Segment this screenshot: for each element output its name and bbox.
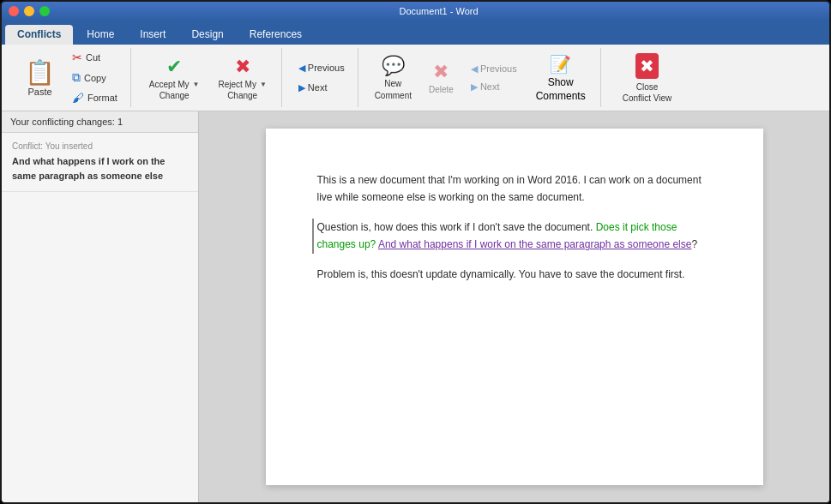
accept-icon: ✔ — [166, 56, 182, 78]
ribbon-toolbar: 📋 Paste ✂ Cut ⧉ Copy 🖌 Format — [2, 45, 829, 111]
para2-part1: Question is, how does this work if I don… — [317, 221, 596, 233]
clipboard-group: 📋 Paste ✂ Cut ⧉ Copy 🖌 Format — [9, 48, 131, 107]
accept-dropdown-arrow: ▼ — [193, 81, 200, 88]
conflicts-panel: Your conflicting changes: 1 Conflict: Yo… — [2, 111, 199, 502]
paste-button[interactable]: 📋 Paste — [15, 53, 64, 103]
document-area[interactable]: This is a new document that I'm working … — [199, 111, 829, 502]
clipboard-small-btns: ✂ Cut ⧉ Copy 🖌 Format — [66, 48, 123, 107]
cut-label: Cut — [86, 52, 100, 63]
close-conflict-label: Conflict View — [623, 93, 672, 103]
comment-nav-group: ◀ Previous ▶ Next — [465, 61, 523, 95]
next-comment-label: Next — [480, 81, 500, 92]
main-content: Your conflicting changes: 1 Conflict: Yo… — [2, 111, 829, 502]
delete-comment-button[interactable]: ✖ Delete — [423, 57, 460, 99]
tab-insert[interactable]: Insert — [128, 25, 178, 45]
show-comments-icon: 📝 — [550, 54, 571, 75]
format-painter-icon: 🖌 — [72, 91, 84, 105]
tab-home[interactable]: Home — [75, 25, 126, 45]
reject-change-button[interactable]: ✖ Reject My ▼ Change — [210, 51, 274, 105]
prev-comment-button[interactable]: ◀ Previous — [465, 61, 523, 77]
copy-icon: ⧉ — [72, 70, 81, 85]
navigate-changes-group: ◀ Previous ▶ Next — [286, 48, 358, 107]
comments-group: 💬 New Comment ✖ Delete ◀ Previous ▶ Next — [362, 48, 601, 107]
ribbon-tabs-bar: Conflicts Home Insert Design References — [2, 21, 829, 45]
paste-icon: 📋 — [25, 58, 55, 87]
new-comment-button[interactable]: 💬 New Comment — [369, 51, 418, 105]
window-title: Document1 - Word — [55, 6, 822, 16]
accept-change-button[interactable]: ✔ Accept My ▼ Change — [142, 51, 208, 105]
conflict-item[interactable]: Conflict: You inserted And what happens … — [2, 133, 198, 192]
tab-design[interactable]: Design — [179, 25, 235, 45]
copy-button[interactable]: ⧉ Copy — [66, 68, 123, 87]
close-conflict-group: ✖ Close Conflict View — [605, 48, 690, 107]
show-comments-button[interactable]: 📝 Show Comments — [528, 50, 593, 106]
paragraph-2: Question is, how does this work if I don… — [312, 219, 712, 254]
next-comment-button[interactable]: ▶ Next — [465, 79, 523, 95]
delete-label: Delete — [429, 85, 454, 95]
para2-part5: ? — [691, 238, 697, 250]
new-comment-label: Comment — [375, 91, 412, 101]
maximize-window-dot[interactable] — [39, 6, 50, 16]
format-label: Format — [87, 93, 117, 103]
tab-references[interactable]: References — [238, 25, 314, 45]
cut-button[interactable]: ✂ Cut — [66, 48, 123, 67]
minimize-window-dot[interactable] — [24, 6, 34, 16]
reject-icon: ✖ — [235, 56, 250, 78]
para2-text: Question is, how does this work if I don… — [317, 219, 712, 254]
paragraph-3: Problem is, this doesn't update dynamica… — [317, 266, 712, 283]
paste-label: Paste — [27, 87, 51, 97]
show-comments-label: Comments — [536, 90, 586, 102]
prev-change-button[interactable]: ◀ Previous — [292, 60, 351, 76]
next-change-label: Next — [308, 82, 328, 93]
app-window: Document1 - Word Conflicts Home Insert D… — [0, 0, 831, 504]
accept-label: Accept My — [149, 80, 190, 89]
reject-dropdown-arrow: ▼ — [260, 81, 267, 88]
conflict-type: Conflict: You inserted — [12, 141, 188, 151]
copy-label: Copy — [84, 73, 106, 83]
prev-change-label: Previous — [308, 63, 345, 73]
conflicts-header: Your conflicting changes: 1 — [2, 111, 198, 133]
prev-comment-label: Previous — [480, 63, 517, 74]
accept-label2: Change — [160, 91, 190, 100]
next-comment-icon: ▶ — [471, 81, 478, 93]
reject-label2: Change — [227, 91, 257, 100]
para1-text: This is a new document that I'm working … — [317, 171, 712, 207]
document-page: This is a new document that I'm working … — [266, 129, 763, 485]
close-conflict-view-button[interactable]: ✖ Close Conflict View — [611, 49, 683, 107]
cut-icon: ✂ — [72, 51, 82, 64]
next-change-icon: ▶ — [298, 82, 305, 93]
conflict-text: And what happens if I work on the same p… — [12, 154, 188, 183]
prev-comment-icon: ◀ — [471, 63, 478, 75]
tab-conflicts[interactable]: Conflicts — [5, 25, 73, 45]
para2-part4-purple: And what happens if I work on the same p… — [378, 238, 692, 250]
prev-change-icon: ◀ — [298, 63, 305, 74]
close-conflict-icon: ✖ — [635, 53, 659, 79]
paragraph-1: This is a new document that I'm working … — [317, 171, 712, 207]
next-change-button[interactable]: ▶ Next — [292, 80, 351, 96]
reject-label: Reject My — [218, 80, 256, 89]
para3-text: Problem is, this doesn't update dynamica… — [317, 266, 712, 283]
format-button[interactable]: 🖌 Format — [66, 88, 123, 107]
new-comment-icon: 💬 — [382, 55, 405, 77]
close-window-dot[interactable] — [9, 6, 19, 16]
title-bar: Document1 - Word — [2, 2, 829, 21]
changes-group: ✔ Accept My ▼ Change ✖ Reject My ▼ Chang… — [135, 48, 282, 107]
delete-icon: ✖ — [433, 61, 449, 83]
